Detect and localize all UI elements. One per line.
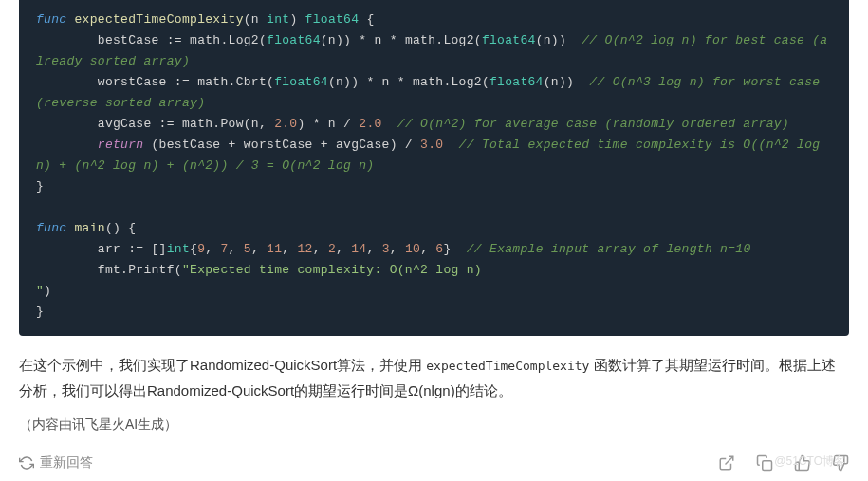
footer: 重新回答 bbox=[19, 451, 849, 475]
keyword: return bbox=[98, 138, 144, 152]
code-line: arr := []int{9, 7, 5, 11, 12, 2, 14, 3, … bbox=[36, 239, 832, 260]
refresh-icon bbox=[19, 455, 34, 471]
inline-code: expectedTimeComplexity bbox=[426, 359, 589, 373]
svg-line-0 bbox=[726, 456, 733, 464]
copy-icon[interactable] bbox=[756, 454, 773, 472]
explanation-paragraph: 在这个示例中，我们实现了Randomized-QuickSort算法，并使用 e… bbox=[19, 353, 849, 403]
share-icon[interactable] bbox=[718, 454, 735, 472]
comment: // Example input array of length n=10 bbox=[467, 242, 751, 256]
code-block: func expectedTimeComplexity(n int) float… bbox=[19, 0, 849, 336]
code-line: avgCase := math.Pow(n, 2.0) * n / 2.0 //… bbox=[36, 114, 832, 135]
code-line: return (bestCase + worstCase + avgCase) … bbox=[36, 135, 832, 176]
function-name: main bbox=[66, 221, 105, 235]
type: float64 bbox=[305, 12, 360, 27]
code-line: bestCase := math.Log2(float64(n)) * n * … bbox=[36, 30, 832, 72]
code-line: func main() { bbox=[36, 218, 832, 239]
thumbs-down-icon[interactable] bbox=[832, 454, 849, 472]
footer-actions bbox=[718, 454, 849, 472]
ai-generated-note: （内容由讯飞星火AI生成） bbox=[19, 416, 849, 434]
thumbs-up-icon[interactable] bbox=[794, 454, 811, 472]
code-line: } bbox=[36, 302, 832, 323]
code-line: worstCase := math.Cbrt(float64(n)) * n *… bbox=[36, 72, 832, 114]
code-line: } bbox=[36, 176, 832, 197]
regenerate-button[interactable]: 重新回答 bbox=[19, 454, 93, 472]
type: int bbox=[267, 12, 289, 27]
comment: // O(n^2) for average case (randomly ord… bbox=[397, 117, 789, 131]
regenerate-label: 重新回答 bbox=[40, 454, 93, 472]
svg-rect-1 bbox=[763, 461, 772, 471]
code-line bbox=[36, 197, 832, 218]
code-line: func expectedTimeComplexity(n int) float… bbox=[36, 9, 832, 30]
string: "Expected time complexity: O(n^2 log n) bbox=[182, 263, 482, 277]
code-line: ") bbox=[36, 281, 832, 302]
keyword: func bbox=[36, 12, 66, 27]
function-name: expectedTimeComplexity bbox=[66, 12, 243, 27]
keyword: func bbox=[36, 221, 66, 235]
code-line: fmt.Printf("Expected time complexity: O(… bbox=[36, 260, 832, 281]
